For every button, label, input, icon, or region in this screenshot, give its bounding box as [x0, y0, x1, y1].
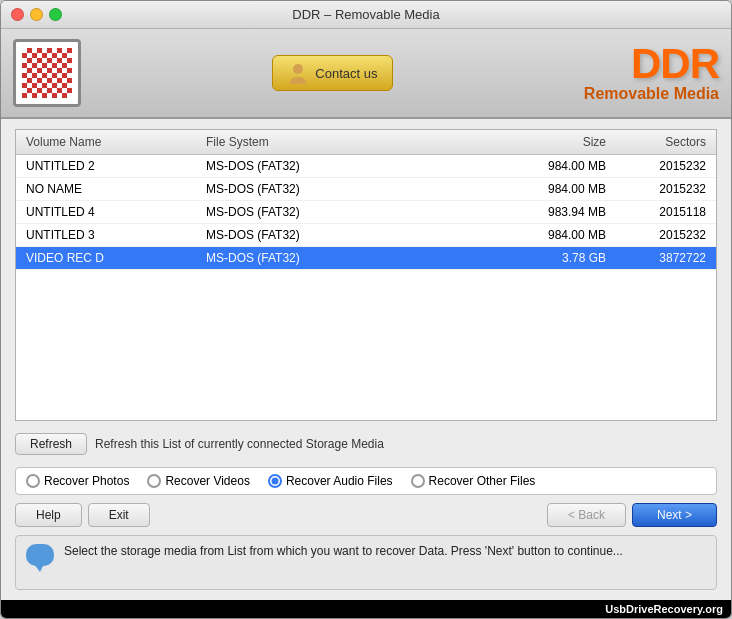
app-logo	[13, 39, 81, 107]
minimize-button[interactable]	[30, 8, 43, 21]
cell-size: 983.94 MB	[490, 203, 610, 221]
table-row[interactable]: NO NAME MS-DOS (FAT32) 984.00 MB 2015232	[16, 178, 716, 201]
back-button[interactable]: < Back	[547, 503, 626, 527]
radio-circle	[26, 474, 40, 488]
radio-option-opt-videos[interactable]: Recover Videos	[147, 474, 250, 488]
cell-sectors: 2015118	[610, 203, 710, 221]
cell-volume: UNTITLED 4	[22, 203, 202, 221]
titlebar: DDR – Removable Media	[1, 1, 731, 29]
refresh-description: Refresh this List of currently connected…	[95, 437, 384, 451]
cell-size: 984.00 MB	[490, 157, 610, 175]
cell-volume: UNTITLED 2	[22, 157, 202, 175]
cell-fs: MS-DOS (FAT32)	[202, 249, 490, 267]
brand-subtitle: Removable Media	[584, 85, 719, 103]
action-buttons: Help Exit < Back Next >	[15, 503, 717, 527]
radio-option-opt-photos[interactable]: Recover Photos	[26, 474, 129, 488]
cell-sectors: 2015232	[610, 226, 710, 244]
window-controls	[11, 8, 62, 21]
cell-fs: MS-DOS (FAT32)	[202, 226, 490, 244]
refresh-bar: Refresh Refresh this List of currently c…	[15, 429, 717, 459]
radio-option-opt-audio[interactable]: Recover Audio Files	[268, 474, 393, 488]
table-row[interactable]: UNTITLED 3 MS-DOS (FAT32) 984.00 MB 2015…	[16, 224, 716, 247]
col-fs: File System	[202, 133, 490, 151]
contact-button[interactable]: Contact us	[272, 55, 392, 91]
footer: UsbDriveRecovery.org	[1, 600, 731, 618]
radio-circle	[268, 474, 282, 488]
chat-icon	[26, 544, 56, 574]
cell-size: 984.00 MB	[490, 226, 610, 244]
person-icon	[287, 62, 309, 84]
cell-sectors: 2015232	[610, 157, 710, 175]
cell-sectors: 2015232	[610, 180, 710, 198]
cell-fs: MS-DOS (FAT32)	[202, 180, 490, 198]
window-title: DDR – Removable Media	[292, 7, 439, 22]
footer-text: UsbDriveRecovery.org	[605, 603, 723, 615]
help-button[interactable]: Help	[15, 503, 82, 527]
info-bar: Select the storage media from List from …	[15, 535, 717, 590]
radio-option-opt-other[interactable]: Recover Other Files	[411, 474, 536, 488]
checkerboard-icon	[22, 48, 72, 98]
close-button[interactable]	[11, 8, 24, 21]
table-row[interactable]: UNTITLED 2 MS-DOS (FAT32) 984.00 MB 2015…	[16, 155, 716, 178]
main-content: Volume Name File System Size Sectors UNT…	[1, 119, 731, 600]
svg-point-1	[290, 77, 306, 84]
cell-fs: MS-DOS (FAT32)	[202, 203, 490, 221]
radio-circle	[147, 474, 161, 488]
maximize-button[interactable]	[49, 8, 62, 21]
cell-fs: MS-DOS (FAT32)	[202, 157, 490, 175]
contact-label: Contact us	[315, 66, 377, 81]
radio-label: Recover Audio Files	[286, 474, 393, 488]
table-body: UNTITLED 2 MS-DOS (FAT32) 984.00 MB 2015…	[16, 155, 716, 270]
table-row[interactable]: UNTITLED 4 MS-DOS (FAT32) 983.94 MB 2015…	[16, 201, 716, 224]
svg-point-0	[293, 64, 303, 74]
recovery-type-bar: Recover Photos Recover Videos Recover Au…	[15, 467, 717, 495]
info-text: Select the storage media from List from …	[64, 542, 623, 560]
media-table: Volume Name File System Size Sectors UNT…	[15, 129, 717, 421]
cell-volume: UNTITLED 3	[22, 226, 202, 244]
cell-sectors: 3872722	[610, 249, 710, 267]
exit-button[interactable]: Exit	[88, 503, 150, 527]
next-button[interactable]: Next >	[632, 503, 717, 527]
table-row[interactable]: VIDEO REC D MS-DOS (FAT32) 3.78 GB 38727…	[16, 247, 716, 270]
col-volume: Volume Name	[22, 133, 202, 151]
app-header: Contact us DDR Removable Media	[1, 29, 731, 119]
refresh-button[interactable]: Refresh	[15, 433, 87, 455]
table-header-row: Volume Name File System Size Sectors	[16, 130, 716, 155]
radio-label: Recover Photos	[44, 474, 129, 488]
cell-size: 984.00 MB	[490, 180, 610, 198]
brand-title: DDR	[584, 43, 719, 85]
cell-size: 3.78 GB	[490, 249, 610, 267]
cell-volume: VIDEO REC D	[22, 249, 202, 267]
radio-label: Recover Videos	[165, 474, 250, 488]
radio-label: Recover Other Files	[429, 474, 536, 488]
main-window: DDR – Removable Media Contact us DDR Rem…	[0, 0, 732, 619]
col-sectors: Sectors	[610, 133, 710, 151]
col-size: Size	[490, 133, 610, 151]
radio-circle	[411, 474, 425, 488]
brand-block: DDR Removable Media	[584, 43, 719, 103]
cell-volume: NO NAME	[22, 180, 202, 198]
